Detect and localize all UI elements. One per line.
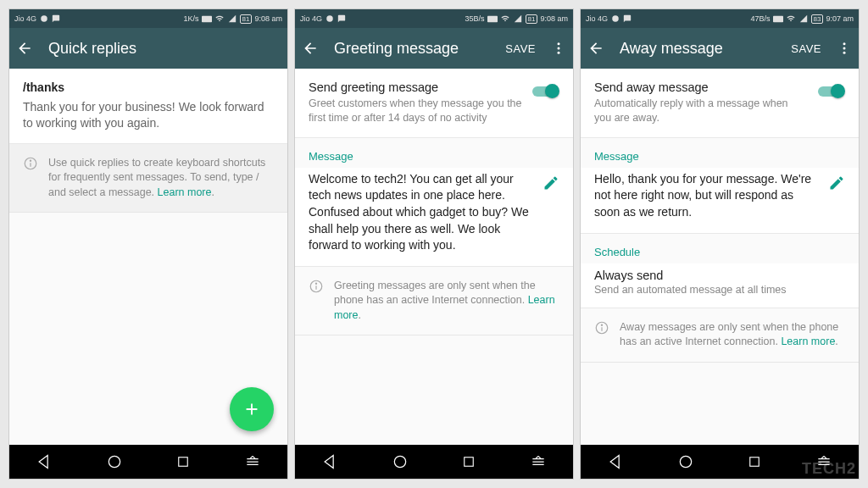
svg-rect-26 bbox=[750, 458, 760, 467]
nav-home-icon[interactable] bbox=[392, 453, 409, 470]
schedule-row[interactable]: Always send Send an automated message at… bbox=[581, 263, 859, 308]
battery-text: 81 bbox=[526, 14, 538, 24]
nav-back-icon[interactable] bbox=[36, 453, 53, 470]
data-rate: 35B/s bbox=[465, 14, 485, 23]
hint-row: Use quick replies to create keyboard sho… bbox=[9, 144, 287, 214]
greeting-text: Welcome to tech2! You can get all your t… bbox=[309, 171, 534, 254]
save-button[interactable]: SAVE bbox=[505, 42, 536, 55]
nav-menu-icon[interactable] bbox=[530, 453, 547, 470]
save-button[interactable]: SAVE bbox=[791, 42, 821, 55]
carrier-label: Jio 4G bbox=[14, 14, 36, 23]
nav-recent-icon[interactable] bbox=[461, 454, 476, 469]
screen-quick-replies: Jio 4G 1K/s 81 9:08 am Quick replies /th… bbox=[8, 8, 288, 480]
back-icon[interactable] bbox=[302, 40, 319, 57]
toggle-desc: Greet customers when they message you th… bbox=[309, 97, 522, 125]
reply-body: Thank you for your business! We look for… bbox=[23, 99, 274, 131]
info-icon bbox=[309, 279, 324, 294]
more-icon[interactable] bbox=[551, 41, 566, 56]
send-away-toggle-row[interactable]: Send away message Automatically reply wi… bbox=[581, 69, 859, 138]
quick-reply-item[interactable]: /thanks Thank you for your business! We … bbox=[9, 69, 287, 144]
svg-point-17 bbox=[612, 15, 619, 22]
svg-rect-16 bbox=[465, 458, 474, 467]
battery-text: 81 bbox=[240, 14, 253, 24]
hint-text: Greeting messages are only sent when the… bbox=[334, 279, 559, 324]
nav-back-icon[interactable] bbox=[321, 453, 338, 470]
learn-more-link[interactable]: Learn more bbox=[158, 186, 212, 198]
svg-point-20 bbox=[843, 47, 846, 50]
svg-rect-18 bbox=[773, 15, 783, 22]
content-area: Send greeting message Greet customers wh… bbox=[295, 69, 573, 445]
chat-bubble-icon bbox=[337, 14, 346, 23]
greeting-switch[interactable] bbox=[531, 84, 559, 99]
back-icon[interactable] bbox=[16, 40, 33, 57]
nfc-icon bbox=[202, 15, 212, 23]
nav-recent-icon[interactable] bbox=[747, 454, 762, 469]
send-greeting-toggle-row[interactable]: Send greeting message Greet customers wh… bbox=[295, 69, 573, 138]
content-area: Send away message Automatically reply wi… bbox=[581, 69, 859, 445]
schedule-desc: Send an automated message at all times bbox=[594, 284, 845, 296]
app-bar: Away message SAVE bbox=[581, 28, 859, 69]
screen-greeting-message: Jio 4G 35B/s 81 9:08 am Greeting message… bbox=[294, 8, 574, 480]
nfc-icon bbox=[487, 15, 498, 23]
nav-recent-icon[interactable] bbox=[175, 454, 191, 469]
nav-home-icon[interactable] bbox=[677, 453, 694, 470]
svg-point-14 bbox=[315, 283, 316, 284]
svg-point-9 bbox=[558, 42, 560, 45]
wifi-icon bbox=[786, 14, 796, 23]
signal-icon bbox=[513, 14, 523, 23]
carrier-label: Jio 4G bbox=[300, 14, 322, 23]
schedule-title: Always send bbox=[594, 269, 845, 282]
svg-point-0 bbox=[41, 15, 47, 22]
volte-icon bbox=[326, 14, 334, 23]
hint-row: Away messages are only sent when the pho… bbox=[581, 308, 859, 363]
edit-icon[interactable] bbox=[542, 175, 559, 191]
nav-back-icon[interactable] bbox=[607, 453, 624, 470]
shortcut-text: /thanks bbox=[23, 80, 274, 94]
wifi-icon bbox=[214, 14, 225, 23]
signal-icon bbox=[798, 14, 809, 23]
signal-icon bbox=[227, 14, 237, 23]
chat-bubble-icon bbox=[623, 14, 632, 23]
toggle-title: Send greeting message bbox=[309, 80, 522, 94]
carrier-label: Jio 4G bbox=[586, 14, 608, 23]
info-icon bbox=[594, 320, 609, 336]
hint-row: Greeting messages are only sent when the… bbox=[295, 267, 573, 336]
toggle-title: Send away message bbox=[594, 80, 808, 94]
away-message-row[interactable]: Hello, thank you for your message. We're… bbox=[581, 168, 859, 234]
svg-point-21 bbox=[843, 52, 846, 54]
schedule-section-label: Schedule bbox=[581, 234, 859, 263]
svg-point-7 bbox=[326, 15, 333, 22]
app-bar: Greeting message SAVE bbox=[295, 28, 573, 69]
page-title: Away message bbox=[620, 40, 776, 58]
data-rate: 1K/s bbox=[184, 14, 199, 23]
battery-text: 83 bbox=[811, 14, 824, 24]
nav-menu-icon[interactable] bbox=[244, 453, 261, 470]
back-icon[interactable] bbox=[587, 40, 604, 57]
svg-point-5 bbox=[108, 456, 120, 467]
edit-icon[interactable] bbox=[828, 175, 845, 191]
clock: 9:08 am bbox=[540, 14, 568, 23]
learn-more-link[interactable]: Learn more bbox=[781, 336, 835, 347]
svg-rect-1 bbox=[202, 15, 212, 22]
svg-point-25 bbox=[680, 456, 691, 467]
message-section-label: Message bbox=[581, 138, 859, 168]
wifi-icon bbox=[500, 14, 510, 23]
plus-icon bbox=[242, 400, 261, 419]
hint-text: Away messages are only sent when the pho… bbox=[620, 320, 845, 350]
svg-point-15 bbox=[394, 456, 405, 467]
svg-point-24 bbox=[601, 324, 602, 325]
add-quick-reply-fab[interactable] bbox=[230, 387, 274, 431]
greeting-message-row[interactable]: Welcome to tech2! You can get all your t… bbox=[295, 168, 573, 267]
nav-home-icon[interactable] bbox=[106, 453, 123, 470]
content-area: /thanks Thank you for your business! We … bbox=[9, 69, 287, 445]
message-section-label: Message bbox=[295, 138, 573, 168]
more-icon[interactable] bbox=[837, 41, 852, 56]
svg-point-19 bbox=[843, 42, 846, 45]
volte-icon bbox=[611, 14, 620, 23]
svg-point-11 bbox=[558, 52, 560, 54]
info-icon bbox=[23, 156, 38, 171]
away-switch[interactable] bbox=[816, 84, 845, 99]
status-bar: Jio 4G 1K/s 81 9:08 am bbox=[9, 9, 287, 28]
clock: 9:08 am bbox=[254, 14, 282, 23]
nav-menu-icon[interactable] bbox=[815, 453, 832, 470]
